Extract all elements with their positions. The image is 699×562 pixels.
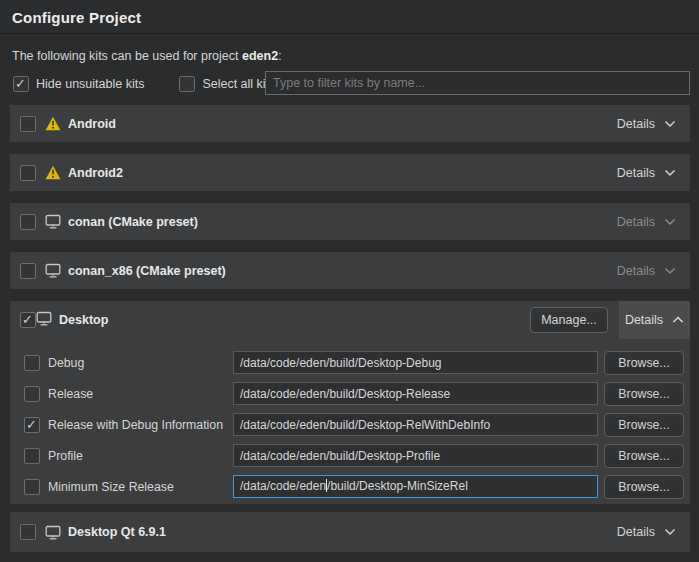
details-button-android2[interactable]: Details	[607, 154, 690, 191]
config-label: Profile	[48, 444, 83, 468]
config-row-release: Release Browse...	[10, 382, 690, 406]
browse-button-relwithdebinfo[interactable]: Browse...	[604, 413, 684, 437]
title-separator	[0, 33, 699, 34]
kit-row-android2[interactable]: Android2 Details	[10, 154, 690, 191]
details-label: Details	[617, 166, 655, 180]
kit-row-desktop-expanded: Desktop Manage... Details Debug Browse..…	[10, 301, 690, 504]
browse-button-profile[interactable]: Browse...	[604, 444, 684, 468]
details-button-desktop[interactable]: Details	[619, 301, 690, 339]
chevron-down-icon	[664, 169, 676, 177]
config-label: Release	[48, 382, 93, 406]
chevron-down-icon	[664, 528, 676, 536]
config-row-profile: Profile Browse...	[10, 444, 690, 468]
chevron-down-icon	[664, 267, 676, 275]
kit-checkbox-android2[interactable]	[20, 165, 36, 181]
browse-button-release[interactable]: Browse...	[604, 382, 684, 406]
kit-row-android[interactable]: Android Details	[10, 105, 690, 142]
config-row-minsizerel: Minimum Size Release /data/code/eden/bui…	[10, 475, 690, 499]
kit-name: conan (CMake preset)	[68, 215, 198, 229]
build-dir-input-minsizerel[interactable]: /data/code/eden/build/Desktop-MinSizeRel	[233, 475, 598, 498]
warning-icon	[45, 116, 61, 131]
details-label: Details	[625, 313, 663, 327]
details-label: Details	[617, 215, 655, 229]
config-checkbox-relwithdebinfo[interactable]	[24, 417, 40, 433]
kit-name: Android2	[68, 166, 123, 180]
intro-suffix: :	[278, 49, 281, 63]
desktop-icon	[45, 263, 61, 278]
kit-row-desktop-qt[interactable]: Desktop Qt 6.9.1 Details	[10, 512, 690, 552]
details-button-conan-x86[interactable]: Details	[607, 252, 690, 289]
details-label: Details	[617, 525, 655, 539]
kit-checkbox-conan[interactable]	[20, 214, 36, 230]
build-dir-input-debug[interactable]	[233, 351, 598, 374]
config-checkbox-profile[interactable]	[24, 448, 40, 464]
browse-button-label: Browse...	[618, 418, 669, 432]
kit-checkbox-desktop-qt[interactable]	[20, 524, 36, 540]
details-label: Details	[617, 117, 655, 131]
kit-checkbox-desktop[interactable]	[20, 312, 36, 328]
manage-button-label: Manage...	[541, 313, 597, 327]
browse-button-debug[interactable]: Browse...	[604, 351, 684, 375]
desktop-icon	[45, 525, 61, 540]
config-row-debug: Debug Browse...	[10, 351, 690, 375]
chevron-down-icon	[664, 218, 676, 226]
desktop-icon	[36, 311, 52, 330]
browse-button-label: Browse...	[618, 356, 669, 370]
config-checkbox-release[interactable]	[24, 386, 40, 402]
path-text-after-cursor: /build/Desktop-MinSizeRel	[327, 479, 468, 493]
kit-checkbox-conan-x86[interactable]	[20, 263, 36, 279]
select-all-checkbox[interactable]	[179, 76, 195, 92]
browse-button-label: Browse...	[618, 387, 669, 401]
config-label: Minimum Size Release	[48, 475, 174, 499]
intro-prefix: The following kits can be used for proje…	[12, 49, 242, 63]
build-dir-input-release[interactable]	[233, 382, 598, 405]
details-label: Details	[617, 264, 655, 278]
chevron-up-icon	[672, 316, 684, 324]
browse-button-minsizerel[interactable]: Browse...	[604, 475, 684, 499]
kit-name: conan_x86 (CMake preset)	[68, 264, 226, 278]
hide-unsuitable-checkbox[interactable]	[13, 76, 29, 92]
desktop-icon	[45, 214, 61, 229]
manage-button[interactable]: Manage...	[530, 307, 608, 333]
build-dir-input-relwithdebinfo[interactable]	[233, 413, 598, 436]
project-name: eden2	[242, 49, 278, 63]
browse-button-label: Browse...	[618, 480, 669, 494]
config-row-relwithdebinfo: Release with Debug Information Browse...	[10, 413, 690, 437]
details-button-conan[interactable]: Details	[607, 203, 690, 240]
kit-filter-input[interactable]	[265, 71, 690, 95]
config-checkbox-debug[interactable]	[24, 355, 40, 371]
details-button-desktop-qt[interactable]: Details	[607, 512, 690, 552]
warning-icon	[45, 165, 61, 180]
kit-row-conan-x86[interactable]: conan_x86 (CMake preset) Details	[10, 252, 690, 289]
filter-bar: Hide unsuitable kits Select all kits	[13, 75, 275, 93]
build-dir-input-profile[interactable]	[233, 444, 598, 467]
kit-checkbox-android[interactable]	[20, 116, 36, 132]
config-label: Debug	[48, 351, 84, 375]
kit-name: Desktop Qt 6.9.1	[68, 525, 166, 539]
details-button-android[interactable]: Details	[607, 105, 690, 142]
browse-button-label: Browse...	[618, 449, 669, 463]
kit-name: Android	[68, 117, 116, 131]
config-checkbox-minsizerel[interactable]	[24, 479, 40, 495]
path-text-before-cursor: /data/code/eden	[240, 479, 326, 493]
config-label: Release with Debug Information	[48, 413, 223, 437]
chevron-down-icon	[664, 120, 676, 128]
page-title: Configure Project	[12, 9, 141, 26]
kit-row-conan[interactable]: conan (CMake preset) Details	[10, 203, 690, 240]
configure-project-panel: Configure Project The following kits can…	[0, 0, 699, 562]
kit-name: Desktop	[59, 313, 108, 327]
kits-intro-text: The following kits can be used for proje…	[12, 49, 282, 63]
hide-unsuitable-label: Hide unsuitable kits	[36, 77, 144, 91]
